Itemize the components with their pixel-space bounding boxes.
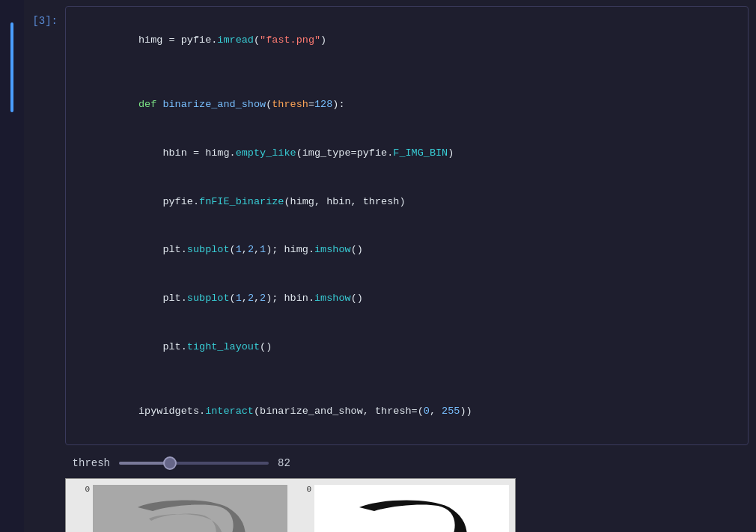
y-label-0: 0 [72, 485, 90, 494]
subplot-2: 0 50 100 150 200 [293, 485, 509, 532]
svg-rect-0 [93, 485, 287, 532]
code-line-10: ipywidgets.interact(binarize_and_show, t… [78, 388, 736, 436]
code-line-5: pyfie.fnFIE_binarize(himg, hbin, thresh) [78, 177, 736, 226]
plot-wrapper: 0 50 100 150 200 [65, 478, 516, 532]
notebook: [3]: himg = pyfie.imread("fast.png") def… [0, 0, 756, 532]
code-cell: [3]: himg = pyfie.imread("fast.png") def… [24, 0, 756, 451]
subplot-2-image: FAST [314, 485, 509, 532]
sidebar-active-bar [10, 22, 13, 112]
code-line-6: plt.subplot(1,2,1); himg.imshow() [78, 226, 736, 275]
widget-area: thresh 82 0 50 100 150 200 [65, 451, 749, 532]
thresh-slider[interactable] [119, 462, 269, 465]
code-line-2 [78, 64, 736, 81]
sidebar [0, 0, 24, 532]
code-block[interactable]: himg = pyfie.imread("fast.png") def bina… [65, 6, 749, 445]
y2-label-0: 0 [293, 485, 311, 494]
cell-area: [3]: himg = pyfie.imread("fast.png") def… [24, 0, 756, 532]
fast-logo-gray-svg: FAST [93, 485, 287, 532]
cell-number: [3]: [24, 6, 65, 445]
thresh-label: thresh [65, 457, 110, 469]
code-line-1: himg = pyfie.imread("fast.png") [78, 16, 736, 64]
code-line-7: plt.subplot(1,2,2); hbin.imshow() [78, 275, 736, 323]
thresh-value: 82 [278, 457, 300, 469]
svg-rect-2 [314, 485, 509, 532]
fast-logo-bw-svg: FAST [314, 485, 509, 532]
code-line-4: hbin = himg.empty_like(img_type=pyfie.F_… [78, 129, 736, 177]
subplot-1: 0 50 100 150 200 [72, 485, 287, 532]
code-line-9 [78, 371, 736, 388]
code-line-8: plt.tight_layout() [78, 322, 736, 371]
subplot-1-image: FAST [93, 485, 287, 532]
slider-row: thresh 82 [65, 457, 749, 469]
code-line-3: def binarize_and_show(thresh=128): [78, 80, 736, 129]
